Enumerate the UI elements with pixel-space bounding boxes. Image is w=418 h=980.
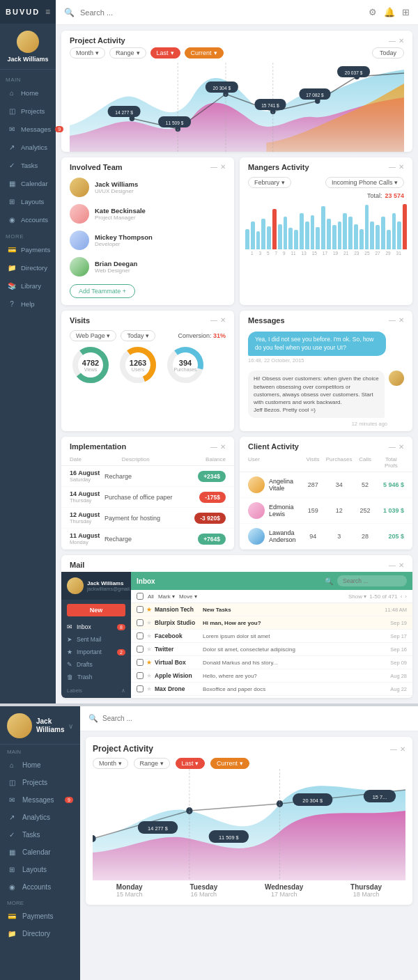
bar — [359, 229, 364, 249]
filter-month[interactable]: Month ▾ — [70, 47, 105, 59]
filter-month-btn[interactable]: February ▾ — [248, 177, 291, 188]
sidebar-item-payments[interactable]: 💳 Payments — [0, 241, 56, 259]
sidebar-item-help[interactable]: ? Help — [0, 295, 56, 313]
mail-item-checkbox[interactable] — [137, 619, 144, 626]
filter-current[interactable]: Current ▾ — [185, 47, 224, 59]
mail-new-button[interactable]: New — [67, 604, 125, 616]
prev-page[interactable]: ‹ — [401, 593, 403, 600]
star-icon[interactable]: ★ — [146, 685, 152, 692]
second-filter-range[interactable]: Range ▾ — [134, 758, 170, 769]
mail-nav-trash[interactable]: 🗑 Trash — [61, 671, 131, 683]
close-btn[interactable]: ✕ — [220, 316, 226, 324]
close-btn[interactable]: ✕ — [398, 443, 404, 451]
minimize-btn[interactable]: — — [389, 37, 396, 45]
filter-today-btn[interactable]: Today ▾ — [121, 330, 155, 341]
chevron-down-icon[interactable]: ∨ — [68, 722, 73, 730]
second-filter-current[interactable]: Current ▾ — [210, 758, 249, 769]
list-item[interactable]: ★ Timeweb Financial statistic Aug 22 — [131, 696, 412, 698]
filter-calls-btn[interactable]: Incoming Phone Calls ▾ — [325, 177, 404, 188]
bell-icon[interactable]: 🔔 — [384, 7, 395, 17]
filter-range[interactable]: Range ▾ — [109, 47, 146, 59]
sidebar-item-analytics[interactable]: ↗ Analytics — [0, 139, 56, 157]
close-btn[interactable]: ✕ — [398, 316, 404, 324]
add-teammate-button[interactable]: Add Teammate + — [70, 284, 135, 298]
grid-icon[interactable]: ⊞ — [402, 7, 410, 17]
select-all-checkbox[interactable] — [137, 593, 144, 600]
sidebar-item-accounts[interactable]: ◉ Accounts — [0, 211, 56, 229]
minimize-btn[interactable]: — — [389, 561, 396, 569]
sidebar-item-projects[interactable]: ◫ Projects — [0, 102, 56, 120]
list-item[interactable]: ★ Mansion Tech New Tasks 11:48 AM — [131, 603, 412, 616]
gear-icon[interactable]: ⚙ — [369, 7, 377, 17]
minimize-btn[interactable]: — — [210, 443, 217, 451]
list-item[interactable]: ★ Apple Wision Hello, where are you? Aug… — [131, 669, 412, 683]
second-sidebar-item-accounts[interactable]: ◉ Accounts — [0, 878, 80, 896]
search-input[interactable] — [102, 715, 410, 722]
second-sidebar-item-tasks[interactable]: ✓ Tasks — [0, 826, 80, 843]
next-page[interactable]: › — [405, 593, 407, 600]
menu-icon[interactable]: ≡ — [45, 7, 50, 17]
second-sidebar-item-calendar[interactable]: ▦ Calendar — [0, 843, 80, 861]
mail-item-checkbox[interactable] — [137, 659, 144, 666]
mail-item-checkbox[interactable] — [137, 685, 144, 692]
sidebar-item-layouts[interactable]: ⊞ Layouts — [0, 193, 56, 211]
second-sidebar-item-directory[interactable]: 📁 Directory — [0, 925, 80, 942]
list-item[interactable]: ★ Blurpix Studio Hi man, How are you? Se… — [131, 616, 412, 630]
sidebar-item-calendar[interactable]: ▦ Calendar — [0, 175, 56, 193]
star-icon[interactable]: ★ — [146, 646, 152, 653]
second-sidebar-item-messages[interactable]: ✉ Messages 9 — [0, 791, 80, 809]
sidebar-item-messages[interactable]: ✉ Messages 9 — [0, 120, 56, 139]
minimize-btn[interactable]: — — [390, 745, 397, 753]
search-input[interactable] — [80, 8, 363, 17]
filter-webpage-btn[interactable]: Web Page ▾ — [70, 330, 116, 341]
filter-last[interactable]: Last ▾ — [150, 47, 180, 59]
close-btn[interactable]: ✕ — [220, 163, 226, 171]
sidebar-item-library[interactable]: 📚 Library — [0, 277, 56, 295]
close-btn[interactable]: ✕ — [400, 745, 405, 753]
mail-nav-sent[interactable]: ➤ Sent Mail — [61, 633, 131, 646]
mark-btn[interactable]: Mark ▾ — [158, 593, 175, 600]
second-sidebar-item-payments[interactable]: 💳 Payments — [0, 908, 80, 925]
list-item[interactable]: ★ Facebook Lorem ipsum dolor sit amet Se… — [131, 630, 412, 643]
mail-item-checkbox[interactable] — [137, 672, 144, 679]
close-btn[interactable]: ✕ — [398, 37, 404, 45]
second-sidebar-item-home[interactable]: ⌂ Home — [0, 756, 80, 774]
all-btn[interactable]: All — [148, 593, 154, 600]
list-item[interactable]: ★ Max Drone Boxoffice and paper docs Aug… — [131, 683, 412, 696]
minimize-btn[interactable]: — — [210, 163, 217, 171]
mail-item-checkbox[interactable] — [137, 606, 144, 613]
second-sidebar-item-analytics[interactable]: ↗ Analytics — [0, 809, 80, 826]
second-sidebar-item-projects[interactable]: ◫ Projects — [0, 774, 80, 791]
star-icon[interactable]: ★ — [146, 619, 152, 626]
second-filter-last[interactable]: Last ▾ — [176, 758, 206, 769]
mail-item-checkbox[interactable] — [137, 632, 144, 639]
show-btn[interactable]: Show ▾ — [348, 593, 366, 600]
minimize-btn[interactable]: — — [389, 443, 396, 451]
close-btn[interactable]: ✕ — [398, 561, 404, 569]
minimize-btn[interactable]: — — [389, 163, 396, 171]
mail-item-checkbox[interactable] — [137, 646, 144, 653]
sidebar-item-directory[interactable]: 📁 Directory — [0, 259, 56, 277]
mail-search-input[interactable] — [337, 575, 407, 586]
star-icon[interactable]: ★ — [146, 632, 152, 639]
star-icon[interactable]: ★ — [146, 659, 152, 666]
star-icon[interactable]: ★ — [146, 606, 152, 613]
mail-nav-drafts[interactable]: ✎ Drafts — [61, 658, 131, 671]
mail-nav-inbox[interactable]: ✉ Inbox 8 — [61, 621, 131, 633]
second-filter-month[interactable]: Month ▾ — [93, 758, 128, 769]
close-btn[interactable]: ✕ — [398, 163, 404, 171]
star-icon[interactable]: ★ — [146, 672, 152, 679]
minimize-btn[interactable]: — — [389, 316, 396, 324]
mail-nav-important[interactable]: ★ Important 2 — [61, 646, 131, 658]
minimize-btn[interactable]: — — [210, 316, 217, 324]
list-item[interactable]: ★ Twitter Dolor sit amet, consectetur ad… — [131, 643, 412, 656]
sidebar-item-home[interactable]: ⌂ Home — [0, 84, 56, 102]
analytics-icon: ↗ — [7, 143, 17, 153]
mail-nav-work[interactable]: Work — [61, 695, 131, 698]
list-item[interactable]: ★ Virtual Box Donald Markus and his stor… — [131, 656, 412, 669]
sidebar-item-tasks[interactable]: ✓ Tasks — [0, 157, 56, 175]
second-sidebar-item-layouts[interactable]: ⊞ Layouts — [0, 861, 80, 878]
move-btn[interactable]: Move ▾ — [179, 593, 197, 600]
filter-today[interactable]: Today — [372, 47, 404, 59]
close-btn[interactable]: ✕ — [220, 443, 226, 451]
